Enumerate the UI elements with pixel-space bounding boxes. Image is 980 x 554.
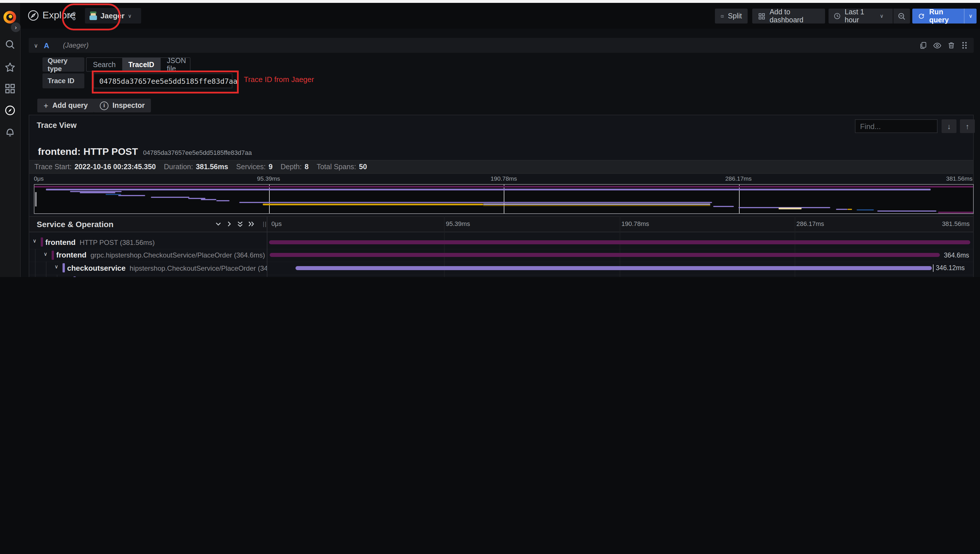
minimap-span: [106, 194, 121, 195]
collapse-all-icon[interactable]: [236, 220, 244, 228]
trace-id-input[interactable]: 04785da37657ee5e5dd5185ffe83d7aa: [94, 73, 233, 88]
span-row[interactable]: ∨frontendHTTP POST (381.56ms): [29, 236, 973, 249]
alerting-bell-icon[interactable]: [5, 127, 16, 138]
query-datasource-hint: (Jaeger): [63, 41, 88, 49]
minimap-ruler: 0μs 95.39ms 190.78ms 286.17ms 381.56ms: [29, 175, 973, 182]
span-collapse-chevron-icon[interactable]: ∨: [33, 238, 37, 244]
span-operation-label: HTTP POST (381.56ms): [80, 238, 155, 246]
share-icon[interactable]: [67, 11, 76, 21]
span-service-label: frontendHTTP POST (381.56ms): [45, 238, 155, 246]
inspector-button[interactable]: i Inspector: [94, 99, 151, 112]
run-query-options-caret[interactable]: ∨: [964, 9, 977, 24]
query-ref-id: A: [44, 41, 49, 49]
column-resize-grip[interactable]: ||: [263, 221, 267, 227]
span-duration-bar[interactable]: [269, 240, 970, 244]
span-collapse-chevron-icon[interactable]: ∨: [54, 264, 58, 269]
span-collapse-chevron-icon[interactable]: ∨: [44, 251, 47, 256]
clock-icon: [834, 12, 841, 20]
span-operation-label: hipstershop.CheckoutService/PlaceOrder (…: [130, 264, 267, 272]
drag-handle-icon[interactable]: [961, 41, 968, 49]
add-to-dashboard-button[interactable]: Add to dashboard: [752, 9, 825, 24]
run-query-button[interactable]: Run query ∨: [912, 9, 977, 24]
minimap-span: [263, 204, 483, 205]
span-duration-label: 364.6ms: [944, 252, 969, 258]
collapse-one-icon[interactable]: [215, 220, 222, 228]
minimap-span: [836, 209, 847, 210]
expand-one-icon[interactable]: [225, 220, 233, 228]
minimap-span: [483, 204, 710, 205]
panel-title: Trace View: [37, 121, 76, 130]
expand-all-icon[interactable]: [247, 220, 255, 228]
ruler-tick: 381.56ms: [942, 220, 970, 227]
top-nav: Explore Jaeger ∨ Split Add to dashboard …: [20, 3, 980, 29]
zoom-out-icon: [897, 12, 906, 21]
minimap-span: [201, 199, 217, 200]
indent-guide: [46, 274, 46, 277]
trace-minimap[interactable]: [34, 184, 974, 214]
span-name-cell: ∨checkoutserviceprepareOrderItemsAndShip…: [29, 274, 267, 277]
dashboards-icon[interactable]: [5, 83, 16, 94]
indent-guide: [35, 261, 35, 274]
collapse-query-icon[interactable]: ∨: [34, 42, 38, 48]
find-input[interactable]: Find...: [855, 119, 937, 133]
sidebar-expand-button[interactable]: ›: [11, 22, 21, 32]
span-color-bar: [73, 276, 75, 277]
span-service-label: frontendgrpc.hipstershop.CheckoutService…: [56, 251, 265, 259]
star-icon[interactable]: [5, 62, 16, 73]
grafana-explore-page: › Explore Jaeger ∨ Split Add to dashboar…: [0, 0, 980, 277]
minimap-span: [151, 196, 190, 197]
datasource-picker[interactable]: Jaeger ∨: [85, 8, 141, 24]
sidebar: [0, 3, 21, 277]
span-row[interactable]: ∨checkoutservicehipstershop.CheckoutServ…: [29, 261, 973, 275]
arrow-down-icon: ↓: [947, 122, 951, 131]
time-range-picker[interactable]: Last 1 hour ∨: [829, 9, 889, 24]
arrow-up-icon: ↑: [966, 122, 969, 131]
span-row[interactable]: ∨frontendgrpc.hipstershop.CheckoutServic…: [29, 248, 973, 262]
search-icon[interactable]: [5, 39, 16, 50]
span-end-tick: [933, 264, 934, 272]
add-query-button[interactable]: + Add query: [37, 99, 94, 112]
explore-icon[interactable]: [5, 105, 16, 116]
disable-query-eye-icon[interactable]: [933, 41, 942, 49]
zoom-out-time-button[interactable]: [893, 9, 910, 24]
span-table-header: Service & Operation || 0μs 95.39ms 190.7…: [29, 216, 973, 232]
span-name-cell: ∨checkoutservicehipstershop.CheckoutServ…: [29, 261, 267, 274]
grafana-logo[interactable]: [3, 11, 16, 24]
split-button[interactable]: Split: [715, 9, 747, 24]
delete-query-trash-icon[interactable]: [947, 41, 955, 49]
minimap-drag-handle[interactable]: [35, 192, 37, 207]
ruler-tick: 286.17ms: [797, 220, 824, 227]
span-color-bar: [52, 250, 54, 259]
tab-json-file[interactable]: JSON file: [161, 58, 193, 71]
tab-traceid[interactable]: TraceID: [122, 58, 160, 71]
query-type-tabs: Search TraceID JSON file: [86, 57, 191, 72]
span-rows-container: ∨frontendHTTP POST (381.56ms)∨frontendgr…: [29, 231, 973, 277]
minimap-span: [877, 210, 936, 211]
minimap-span: [857, 209, 873, 210]
time-range-group: Last 1 hour ∨: [829, 9, 910, 24]
chevron-down-icon: ∨: [128, 13, 132, 19]
minimap-span: [239, 202, 712, 203]
ruler-tick: 0μs: [271, 220, 282, 227]
span-service-label: checkoutserviceprepareOrderItemsAndShipp…: [78, 276, 267, 277]
span-collapse-chevron-icon[interactable]: ∨: [65, 277, 69, 277]
minimap-span: [80, 192, 115, 193]
tab-search[interactable]: Search: [87, 58, 122, 71]
span-row[interactable]: ∨checkoutserviceprepareOrderItemsAndShip…: [29, 274, 973, 277]
indent-guide: [46, 261, 46, 274]
minimap-span: [483, 205, 710, 206]
span-duration-bar[interactable]: [270, 253, 940, 257]
indent-guide: [35, 274, 35, 277]
chevron-down-icon: ∨: [880, 13, 884, 19]
find-next-button[interactable]: ↓: [942, 119, 956, 133]
query-type-label: Query type: [43, 57, 84, 72]
find-prev-button[interactable]: ↑: [960, 119, 975, 133]
minimap-span: [217, 200, 230, 201]
query-row-header[interactable]: ∨ A (Jaeger): [29, 38, 974, 53]
duplicate-query-icon[interactable]: [919, 41, 927, 49]
minimap-span: [34, 186, 973, 188]
span-color-bar: [62, 263, 65, 272]
indent-guide: [57, 274, 57, 277]
span-duration-bar[interactable]: [296, 266, 932, 270]
refresh-icon: [918, 12, 925, 20]
